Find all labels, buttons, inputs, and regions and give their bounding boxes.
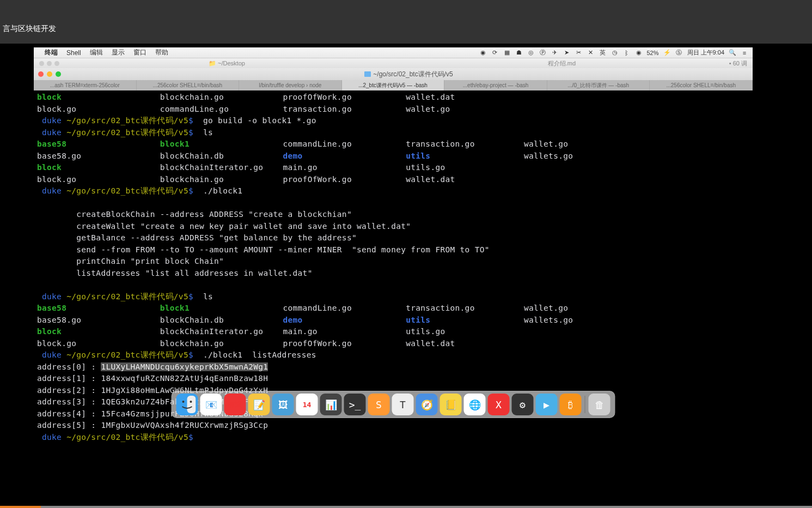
dock-preview-icon[interactable]: 🖼 [272, 394, 294, 415]
dock-stickies-icon[interactable]: 📒 [440, 394, 462, 415]
dock-terminal-icon[interactable]: >_ [344, 394, 366, 415]
menu-shell[interactable]: Shell [66, 49, 81, 57]
menubar-right: ◉ ⟳ ▦ ☗ ◎ Ⓟ ✈ ➤ ✂ ✕ 英 ◷ ᛒ ◉ 52% ⚡ Ⓢ 周日 上… [479, 49, 749, 57]
close-button[interactable] [38, 71, 44, 77]
finder-right-info: • 60 调 [729, 59, 747, 68]
progress-fill [0, 506, 41, 508]
battery-icon[interactable]: ⚡ [663, 49, 671, 57]
finder-dots [39, 61, 59, 66]
menubar: 终端 Shell 编辑 显示 窗口 帮助 ◉ ⟳ ▦ ☗ ◎ Ⓟ ✈ ➤ ✂ ✕… [34, 47, 753, 58]
dock: 📧有道📝🖼14📊>_ST🧭📒🌐X⚙▶₿🗑 [172, 391, 615, 418]
svg-rect-1 [187, 396, 196, 413]
paper-tray-icon[interactable]: ✈ [551, 49, 559, 57]
scissor-tray-icon[interactable]: ✂ [575, 49, 583, 57]
dock-textedit-icon[interactable]: T [392, 394, 414, 415]
maximize-button[interactable] [56, 71, 61, 77]
dock-calendar-icon[interactable]: 14 [296, 394, 318, 415]
folder-icon [364, 71, 371, 77]
terminal-tab[interactable]: l/bin/truffle develop › node [239, 80, 342, 90]
input-tray-icon[interactable]: 英 [599, 49, 607, 57]
menu-window[interactable]: 窗口 [133, 48, 146, 57]
mac-window: 终端 Shell 编辑 显示 窗口 帮助 ◉ ⟳ ▦ ☗ ◎ Ⓟ ✈ ➤ ✂ ✕… [34, 47, 753, 444]
nav-tray-icon[interactable]: ➤ [563, 49, 571, 57]
terminal-tab[interactable]: ...eth/ebay-project — -bash [444, 80, 547, 90]
dock-trash-icon[interactable]: 🗑 [589, 394, 610, 415]
search-icon[interactable]: 🔍 [729, 49, 736, 57]
dock-obs-icon[interactable]: ⚙ [512, 394, 534, 415]
dock-notes-icon[interactable]: 📝 [248, 394, 270, 415]
finder-md-tab[interactable]: 程介绍.md [394, 59, 729, 68]
dock-screenflow-icon[interactable]: ▶ [536, 394, 558, 415]
svg-point-3 [190, 401, 192, 403]
terminal-tab[interactable]: ...2_btc课件代码/v5 — -bash [342, 80, 445, 90]
top-strip [0, 0, 812, 14]
video-progress[interactable] [0, 506, 812, 508]
battery-text[interactable]: 52% [647, 50, 659, 56]
dock-bitcoin-icon[interactable]: ₿ [560, 394, 582, 415]
menu-help[interactable]: 帮助 [155, 48, 168, 57]
x-tray-icon[interactable]: ✕ [587, 49, 595, 57]
s-tray-icon[interactable]: Ⓢ [675, 49, 683, 57]
bluetooth-icon[interactable]: ᛒ [623, 49, 631, 57]
dock-mail-icon[interactable]: 📧 [200, 394, 222, 415]
page-title: 言与区块链开发 [3, 24, 56, 34]
dock-youdao-icon[interactable]: 有道 [224, 394, 246, 415]
notification-icon[interactable]: ≡ [741, 49, 748, 57]
menu-view[interactable]: 显示 [112, 48, 125, 57]
obs-tray-icon[interactable]: ◉ [479, 49, 487, 57]
dock-sublime-icon[interactable]: S [368, 394, 390, 415]
dock-activity-icon[interactable]: 📊 [320, 394, 342, 415]
clock-tray-icon[interactable]: ◷ [611, 49, 619, 57]
clock-text[interactable]: 周日 上午9:04 [687, 49, 724, 57]
sync-tray-icon[interactable]: ⟳ [491, 49, 499, 57]
terminal-tab[interactable]: ...256color SHELL=/bin/bash [137, 80, 240, 90]
terminal-titlebar: ~/go/src/02_btc课件代码/v5 [34, 68, 753, 80]
p-tray-icon[interactable]: Ⓟ [539, 49, 547, 57]
dock-finder-icon[interactable] [176, 394, 198, 415]
finder-tab-bar: 📁 ~/Desktop 程介绍.md • 60 调 [34, 58, 753, 68]
menu-app[interactable]: 终端 [45, 48, 58, 57]
circle-tray-icon[interactable]: ◎ [527, 49, 535, 57]
window-title-text: ~/go/src/02_btc课件代码/v5 [69, 70, 748, 79]
dock-chrome-icon[interactable]: 🌐 [464, 394, 486, 415]
terminal-tabs: ...ash TERM=xterm-256color...256color SH… [34, 80, 753, 90]
page-header: 言与区块链开发 [0, 14, 812, 44]
terminal-tab[interactable]: ...ash TERM=xterm-256color [34, 80, 137, 90]
menu-edit[interactable]: 编辑 [90, 48, 103, 57]
dock-xmind-icon[interactable]: X [488, 394, 510, 415]
minimize-button[interactable] [47, 71, 52, 77]
grid-tray-icon[interactable]: ▦ [503, 49, 511, 57]
terminal-tab[interactable]: .../0_比特币课件 — -bash [547, 80, 650, 90]
svg-point-2 [182, 401, 185, 403]
dock-safari-icon[interactable]: 🧭 [416, 394, 438, 415]
finder-desktop-tab[interactable]: 📁 ~/Desktop [59, 60, 394, 67]
wifi-icon[interactable]: ◉ [635, 49, 643, 57]
terminal-tab[interactable]: ...256color SHELL=/bin/bash [650, 80, 753, 90]
drive-tray-icon[interactable]: ☗ [515, 49, 523, 57]
